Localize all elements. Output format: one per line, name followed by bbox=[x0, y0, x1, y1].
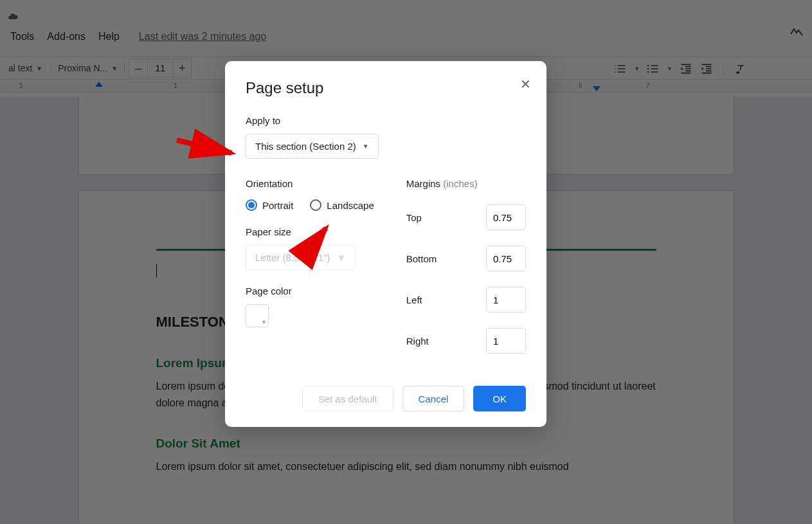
radio-unselected-icon bbox=[310, 199, 321, 211]
page-color-picker[interactable] bbox=[246, 304, 269, 327]
page-color-label: Page color bbox=[246, 285, 374, 296]
paper-size-label: Paper size bbox=[246, 226, 374, 237]
orientation-label: Orientation bbox=[246, 178, 374, 189]
cancel-button[interactable]: Cancel bbox=[402, 386, 465, 411]
landscape-label: Landscape bbox=[327, 200, 374, 211]
margin-right-input[interactable] bbox=[486, 328, 526, 354]
paper-size-select: Letter (8.5" x 11") ▼ bbox=[246, 245, 356, 270]
margin-top-input[interactable] bbox=[486, 204, 526, 230]
margins-label: Margins (inches) bbox=[406, 178, 526, 189]
dialog-title: Page setup bbox=[246, 79, 526, 97]
portrait-radio[interactable]: Portrait bbox=[246, 199, 293, 211]
chevron-down-icon: ▼ bbox=[337, 252, 347, 263]
landscape-radio[interactable]: Landscape bbox=[310, 199, 374, 211]
orientation-column: Orientation Portrait Landscape Paper siz… bbox=[246, 178, 374, 354]
margin-bottom-input[interactable] bbox=[486, 246, 526, 271]
page-setup-dialog: ✕ Page setup Apply to This section (Sect… bbox=[225, 61, 546, 427]
margin-left-input[interactable] bbox=[486, 287, 526, 312]
radio-selected-icon bbox=[246, 199, 257, 211]
apply-to-select[interactable]: This section (Section 2) ▼ bbox=[246, 134, 379, 159]
close-icon[interactable]: ✕ bbox=[520, 77, 531, 92]
apply-to-label: Apply to bbox=[246, 115, 526, 126]
margin-bottom-label: Bottom bbox=[406, 253, 437, 264]
margin-right-label: Right bbox=[406, 336, 429, 347]
apply-to-value: This section (Section 2) bbox=[255, 141, 356, 152]
ok-button[interactable]: OK bbox=[473, 386, 526, 411]
margin-top-label: Top bbox=[406, 212, 422, 223]
paper-size-value: Letter (8.5" x 11") bbox=[255, 252, 330, 263]
margins-column: Margins (inches) Top Bottom Left Right bbox=[406, 178, 526, 354]
chevron-down-icon: ▼ bbox=[363, 143, 369, 150]
set-as-default-button[interactable]: Set as default bbox=[302, 386, 393, 411]
portrait-label: Portrait bbox=[262, 200, 293, 211]
margin-left-label: Left bbox=[406, 294, 422, 305]
